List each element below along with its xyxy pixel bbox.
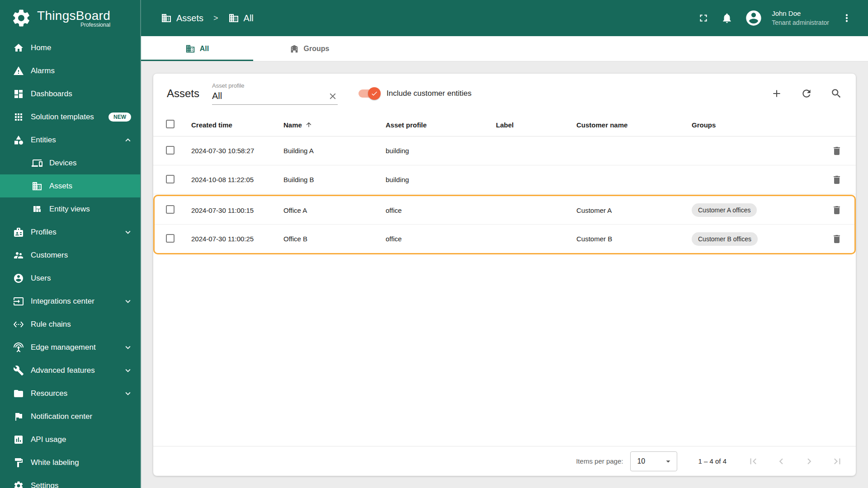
- sort-ascending-icon: [305, 121, 312, 128]
- sidebar-item-label: Advanced features: [31, 366, 95, 375]
- asset-profile-filter[interactable]: Asset profile All: [212, 82, 338, 105]
- home-icon: [13, 42, 24, 53]
- sidebar-item-label: Edge management: [31, 343, 96, 352]
- sidebar-item-alarms[interactable]: Alarms: [0, 59, 140, 82]
- page-range: 1 – 4 of 4: [698, 457, 726, 465]
- cell-created-time: 2024-07-30 11:00:15: [191, 206, 283, 214]
- chevron-down-icon: [123, 343, 133, 352]
- sidebar-item-dashboards[interactable]: Dashboards: [0, 82, 140, 105]
- column-header-created-time[interactable]: Created time: [191, 121, 283, 129]
- add-asset-icon[interactable]: [771, 88, 783, 99]
- chevron-down-icon: [123, 227, 133, 237]
- sidebar-item-devices[interactable]: Devices: [0, 151, 140, 174]
- sidebar-item-profiles[interactable]: Profiles: [0, 221, 140, 244]
- sidebar-item-settings[interactable]: Settings: [0, 474, 140, 488]
- sidebar-item-label: Resources: [31, 389, 67, 398]
- table-row[interactable]: 2024-07-30 11:00:25Office BofficeCustome…: [155, 225, 854, 253]
- sidebar-item-label: Home: [31, 43, 51, 52]
- sidebar-item-entity-views[interactable]: Entity views: [0, 197, 140, 221]
- refresh-icon[interactable]: [801, 88, 812, 99]
- sidebar-item-rule-chains[interactable]: Rule chains: [0, 313, 140, 336]
- sidebar-item-resources[interactable]: Resources: [0, 382, 140, 405]
- chevron-up-icon: [123, 135, 133, 145]
- sidebar-item-white-labeling[interactable]: White labeling: [0, 451, 140, 474]
- sidebar-item-home[interactable]: Home: [0, 36, 140, 59]
- sidebar-item-edge-management[interactable]: Edge management: [0, 336, 140, 359]
- whitelabel-icon: [13, 457, 24, 468]
- sidebar-item-api-usage[interactable]: API usage: [0, 428, 140, 451]
- fullscreen-icon[interactable]: [698, 12, 709, 24]
- group-chip[interactable]: Customer A offices: [692, 203, 757, 217]
- tab-all[interactable]: All: [141, 36, 253, 61]
- sidebar-nav: HomeAlarmsDashboardsSolution templatesNE…: [0, 36, 140, 488]
- cell-name: Building A: [283, 147, 386, 155]
- next-page-icon[interactable]: [803, 455, 815, 467]
- sidebar-item-integrations-center[interactable]: Integrations center: [0, 290, 140, 313]
- sidebar-item-solution-templates[interactable]: Solution templatesNEW: [0, 105, 140, 128]
- row-checkbox[interactable]: [166, 234, 175, 243]
- column-header-customer-name[interactable]: Customer name: [576, 121, 692, 129]
- cell-groups: Customer A offices: [692, 203, 821, 217]
- table-row[interactable]: 2024-07-30 10:58:27Building Abuilding: [153, 136, 856, 165]
- select-all-checkbox[interactable]: [166, 120, 175, 128]
- table-row[interactable]: 2024-07-30 11:00:15Office AofficeCustome…: [155, 196, 854, 225]
- breadcrumb-assets[interactable]: Assets: [176, 13, 203, 23]
- sidebar-item-users[interactable]: Users: [0, 267, 140, 290]
- filter-value: All: [212, 91, 222, 101]
- first-page-icon[interactable]: [747, 455, 759, 467]
- more-menu-icon[interactable]: [841, 12, 853, 24]
- tab-groups[interactable]: Groups: [253, 36, 365, 61]
- items-per-page-select[interactable]: 10: [630, 451, 677, 471]
- assets-icon: [228, 13, 239, 23]
- table-body: 2024-07-30 10:58:27Building Abuilding202…: [153, 136, 856, 255]
- sidebar-item-label: White labeling: [31, 458, 79, 467]
- cell-customer-name: Customer B: [576, 235, 692, 243]
- search-icon[interactable]: [830, 88, 842, 99]
- row-checkbox[interactable]: [166, 175, 175, 183]
- sidebar-item-label: Entity views: [49, 205, 90, 214]
- row-checkbox[interactable]: [166, 146, 175, 155]
- toggle-switch[interactable]: [359, 89, 379, 99]
- sidebar-item-assets[interactable]: Assets: [0, 174, 140, 197]
- sidebar-item-advanced-features[interactable]: Advanced features: [0, 359, 140, 382]
- sidebar-item-label: Settings: [31, 481, 58, 488]
- users-icon: [13, 273, 24, 284]
- avatar[interactable]: [745, 9, 763, 27]
- dropdown-caret-icon: [663, 456, 673, 466]
- group-chip[interactable]: Customer B offices: [692, 232, 758, 246]
- sidebar-item-customers[interactable]: Customers: [0, 244, 140, 267]
- breadcrumb-all[interactable]: All: [244, 13, 254, 23]
- include-customer-entities-toggle[interactable]: Include customer entities: [359, 89, 472, 99]
- items-per-page-label: Items per page:: [576, 457, 623, 465]
- delete-icon[interactable]: [831, 205, 842, 216]
- sidebar-item-notification-center[interactable]: Notification center: [0, 405, 140, 428]
- cell-created-time: 2024-10-08 11:22:05: [191, 176, 283, 183]
- previous-page-icon[interactable]: [775, 455, 787, 467]
- table-row[interactable]: 2024-10-08 11:22:05Building Bbuilding: [153, 165, 856, 194]
- delete-icon[interactable]: [831, 174, 842, 185]
- devices-icon: [32, 158, 42, 169]
- assets-icon: [185, 44, 195, 54]
- sidebar-item-label: Dashboards: [31, 89, 72, 99]
- row-checkbox[interactable]: [166, 205, 175, 214]
- clear-filter-icon[interactable]: [328, 91, 338, 101]
- customers-icon: [13, 250, 24, 261]
- last-page-icon[interactable]: [831, 455, 843, 467]
- notifications-bell-icon[interactable]: [721, 12, 733, 24]
- sidebar-item-entities[interactable]: Entities: [0, 128, 140, 151]
- advanced-icon: [13, 365, 24, 376]
- notification-icon: [13, 411, 24, 422]
- delete-icon[interactable]: [831, 234, 842, 244]
- delete-icon[interactable]: [831, 145, 842, 156]
- brand-logo[interactable]: ThingsBoard Professional: [0, 0, 140, 36]
- chevron-down-icon: [123, 366, 133, 375]
- column-header-name[interactable]: Name: [283, 121, 386, 129]
- highlight-outline: 2024-07-30 11:00:15Office AofficeCustome…: [153, 195, 856, 254]
- column-header-label[interactable]: Label: [496, 121, 576, 129]
- cell-groups: Customer B offices: [692, 232, 821, 246]
- filter-label: Asset profile: [212, 82, 338, 89]
- column-header-asset-profile[interactable]: Asset profile: [386, 121, 496, 129]
- column-header-groups[interactable]: Groups: [692, 121, 821, 129]
- breadcrumb: Assets > All: [161, 13, 254, 23]
- cell-asset-profile: building: [386, 147, 496, 155]
